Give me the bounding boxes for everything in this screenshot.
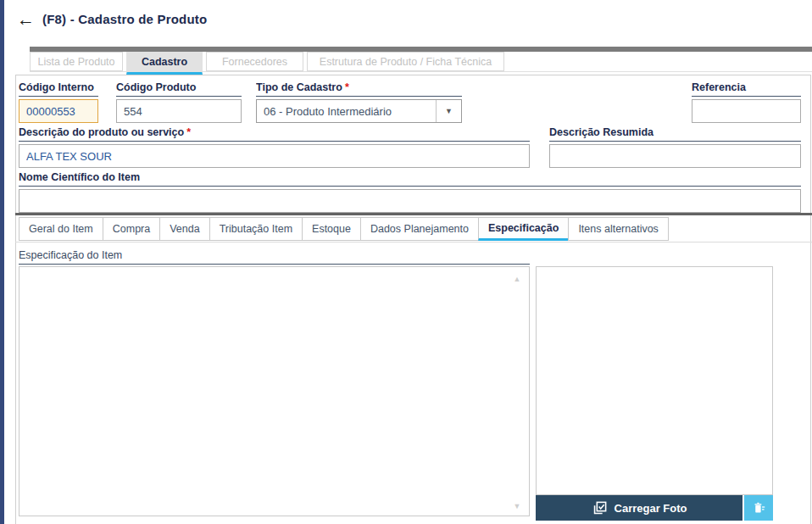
nome-cientifico-label: Nome Científico do Item <box>19 171 801 187</box>
descricao-produto-label: Descrição do produto ou serviço* <box>19 126 530 142</box>
carregar-foto-label: Carregar Foto <box>615 502 687 515</box>
required-asterisk: * <box>186 126 191 138</box>
descricao-produto-label-text: Descrição do produto ou serviço <box>19 126 184 138</box>
subtab-dados-planejamento[interactable]: Dados Planejamento <box>360 217 479 241</box>
trash-icon <box>752 501 766 516</box>
codigo-produto-label: Código Produto <box>116 81 242 97</box>
section-divider <box>15 213 812 215</box>
subtab-compra[interactable]: Compra <box>103 217 160 241</box>
tipo-de-cadastro-selected-value: 06 - Produto Intermediário <box>257 105 436 118</box>
page-header: ← (F8) - Cadastro de Produto <box>17 7 207 31</box>
descricao-produto-input[interactable] <box>19 144 530 168</box>
photo-button-bar: Carregar Foto <box>536 495 773 521</box>
field-codigo-produto: Código Produto <box>116 81 242 123</box>
subtab-itens-alternativos[interactable]: Itens alternativos <box>568 217 669 241</box>
subtab-tributacao-item[interactable]: Tributação Item <box>209 217 303 241</box>
tab-fornecedores[interactable]: Fornecedores <box>206 52 303 71</box>
tab-bottom-line <box>30 71 812 72</box>
page-title: (F8) - Cadastro de Produto <box>42 12 207 26</box>
scroll-down-icon[interactable]: ▼ <box>510 500 524 512</box>
especificacao-textarea[interactable] <box>19 266 530 516</box>
back-arrow-icon[interactable]: ← <box>17 10 35 28</box>
upload-photo-icon <box>592 500 608 516</box>
referencia-label: Referencia <box>692 81 801 97</box>
scroll-up-icon[interactable]: ▲ <box>510 273 524 285</box>
remove-photo-button[interactable] <box>744 495 773 521</box>
tab-lista-de-produto[interactable]: Lista de Produto <box>30 52 123 71</box>
chevron-down-icon[interactable]: ▼ <box>436 100 461 122</box>
main-tab-bar: Lista de Produto Cadastro Fornecedores E… <box>30 52 504 71</box>
subtab-geral-do-item[interactable]: Geral do Item <box>19 217 103 241</box>
field-codigo-interno: Código Interno <box>19 81 98 123</box>
field-nome-cientifico: Nome Científico do Item <box>19 171 801 213</box>
cadastro-de-produto-window: ← (F8) - Cadastro de Produto Lista de Pr… <box>0 0 812 524</box>
required-asterisk: * <box>345 81 349 93</box>
subtab-bottom-line <box>15 242 812 242</box>
product-photo-area <box>536 266 773 495</box>
subtab-especificacao[interactable]: Especificação <box>478 217 569 241</box>
subtab-venda[interactable]: Venda <box>159 217 209 241</box>
tipo-de-cadastro-label-text: Tipo de Cadastro <box>256 81 342 93</box>
codigo-interno-label: Código Interno <box>19 81 98 97</box>
codigo-produto-input[interactable] <box>116 99 242 123</box>
tab-estrutura-ficha-tecnica[interactable]: Estrutura de Produto / Ficha Técnica <box>307 52 504 71</box>
field-tipo-de-cadastro: Tipo de Cadastro* 06 - Produto Intermedi… <box>256 81 462 123</box>
descricao-resumida-label: Descrição Resumida <box>549 126 801 142</box>
field-descricao-produto: Descrição do produto ou serviço* <box>19 126 530 168</box>
field-descricao-resumida: Descrição Resumida <box>549 126 801 168</box>
field-referencia: Referencia <box>692 81 801 123</box>
left-accent-strip <box>0 0 4 524</box>
tipo-de-cadastro-select[interactable]: 06 - Produto Intermediário ▼ <box>256 99 462 123</box>
carregar-foto-button[interactable]: Carregar Foto <box>536 495 742 521</box>
codigo-interno-input[interactable] <box>19 99 98 123</box>
especificacao-do-item-label: Especificação do Item <box>19 249 530 265</box>
sub-tab-bar: Geral do Item Compra Venda Tributação It… <box>19 217 669 241</box>
nome-cientifico-input[interactable] <box>19 189 801 213</box>
referencia-input[interactable] <box>692 99 801 123</box>
subtab-estoque[interactable]: Estoque <box>302 217 361 241</box>
descricao-resumida-input[interactable] <box>549 144 801 168</box>
tipo-de-cadastro-label: Tipo de Cadastro* <box>256 81 462 97</box>
